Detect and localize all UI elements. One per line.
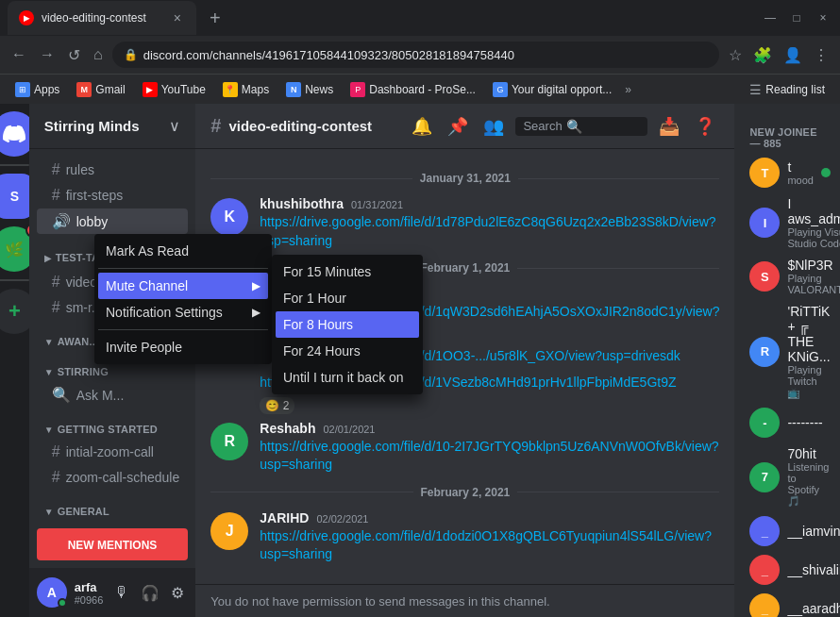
forward-button[interactable]: → [36,46,59,63]
member-item[interactable]: - -------- [742,404,832,442]
channel-name: zoom-call-schedule [66,470,181,485]
search-box[interactable]: Search 🔍 [515,117,647,136]
category-getting-started[interactable]: ▼ getting started [29,409,196,439]
maps-icon: 📍 [223,82,238,97]
member-item[interactable]: S $NlP3R Playing VALORANT [742,254,832,299]
refresh-button[interactable]: ↺ [64,46,84,64]
channel-header-name: video-editing-contest [228,118,372,134]
server-name-header[interactable]: Stirring Minds ∨ [29,104,196,149]
menu-icon[interactable]: ⋮ [810,42,832,68]
member-item[interactable]: I I aws_admin Playing Visual Studio Code [742,192,832,253]
close-button[interactable]: × [814,8,832,27]
mark-as-read-label: Mark As Read [106,243,189,258]
inbox-icon[interactable]: 📥 [655,112,683,141]
online-indicator [821,168,831,177]
mute-15-minutes-item[interactable]: For 15 Minutes [276,258,419,285]
bookmark-dashboard[interactable]: P Dashboard - ProSe... [343,80,483,99]
mute-until-off-item[interactable]: Until I turn it back on [276,364,419,391]
new-tab-button[interactable]: + [202,8,228,29]
category-general[interactable]: ▼ general [29,491,196,521]
member-item[interactable]: R 'RiTTiK + ╔ THE KNiG... Playing Twitch… [742,300,832,403]
date-line [210,178,412,179]
bookmark-gmail-label: Gmail [95,83,125,96]
bookmark-youtube-label: YouTube [161,83,206,96]
invite-people-menu-item[interactable]: Invite People [98,334,268,360]
address-bar[interactable]: 🔒 discord.com/channels/41961710584410932… [112,42,719,68]
channel-item-rules[interactable]: # rules [37,158,189,182]
member-name: __aaradhaya_ [787,601,840,616]
member-avatar: R [749,337,780,367]
server-icon-s1[interactable]: S [0,174,29,219]
notification-bell-icon[interactable]: 🔔 [408,112,436,141]
settings-button[interactable]: ⚙ [167,580,188,606]
close-tab-button[interactable]: × [170,8,185,27]
message-link[interactable]: https://drive.google.com/file/d/1dodzi0O… [260,528,712,562]
add-server-button[interactable]: + [0,289,29,334]
lock-icon: 🔒 [124,48,138,61]
extensions-icon[interactable]: 🧩 [749,42,776,68]
member-item[interactable]: _ __aaradhaya_ [742,590,832,617]
window-controls: — □ × [761,8,832,27]
back-button[interactable]: ← [8,46,30,63]
member-item[interactable]: T t mood [742,154,832,192]
pin-icon[interactable]: 📌 [444,112,472,141]
member-info: __shivaliii__ [787,562,840,577]
date-line [518,178,720,179]
mute-24-hours-item[interactable]: For 24 Hours [276,338,419,364]
channel-item-ask[interactable]: 🔍 Ask M... [37,382,189,408]
browser-tab[interactable]: ▶ video-editing-contest × [8,1,196,35]
message-time: 02/01/2021 [323,424,375,435]
member-avatar: I [749,208,780,238]
message-link[interactable]: https://drive.google.com/file/d/10-2I7JG… [260,439,718,473]
mute-1h-label: For 1 Hour [283,291,346,306]
invite-people-label: Invite People [106,340,182,355]
mark-as-read-menu-item[interactable]: Mark As Read [98,238,268,264]
mute-8-hours-item[interactable]: For 8 Hours [276,311,419,338]
bookmark-google[interactable]: G Your digital opport... [485,80,619,99]
bottom-bar-text: You do not have permission to send messa… [210,594,549,609]
new-mentions-button[interactable]: NEW MENTIONS [37,528,189,560]
bookmark-youtube[interactable]: ▶ YouTube [135,80,213,99]
channel-item-lobby[interactable]: 🔊 lobby [37,208,189,234]
more-bookmarks-button[interactable]: » [621,83,635,96]
minimize-button[interactable]: — [761,8,780,27]
star-icon[interactable]: ☆ [725,42,746,68]
bookmark-gmail[interactable]: M Gmail [69,80,132,99]
member-avatar: _ [749,516,780,546]
notification-settings-menu-item[interactable]: Notification Settings ▶ [98,299,268,325]
bookmark-maps[interactable]: 📍 Maps [215,80,277,99]
gmail-icon: M [76,82,92,97]
deafen-button[interactable]: 🎧 [137,580,163,606]
date-divider: January 31, 2021 [195,164,734,192]
mute-channel-menu-item[interactable]: Mute Channel ▶ [98,273,268,299]
discord-home-button[interactable] [0,111,29,157]
member-item[interactable]: _ __iamvinny__ [742,512,832,550]
home-button[interactable]: ⌂ [90,46,107,63]
server-icon-s2[interactable]: 🌿 6 [0,226,29,272]
bookmark-apps[interactable]: ⊞ Apps [8,80,67,99]
user-controls: 🎙 🎧 ⚙ [110,580,188,606]
member-item[interactable]: _ __shivaliii__ [742,551,832,589]
channel-search-icon: 🔍 [52,386,71,404]
reaction[interactable]: 😊 2 [260,396,719,413]
member-item[interactable]: 7 70hit Listening to Spotify 🎵 [742,442,832,511]
member-name: __iamvinny__ [787,524,840,539]
reading-list-button[interactable]: ☰ Reading list [742,80,832,99]
bookmarks-bar: ⊞ Apps M Gmail ▶ YouTube 📍 Maps N News P… [0,74,840,104]
help-icon[interactable]: ❓ [691,112,719,141]
channel-item-zoom-schedule[interactable]: # zoom-call-schedule [37,465,189,490]
mute-1-hour-item[interactable]: For 1 Hour [276,285,419,311]
mute-submenu[interactable]: For 15 Minutes For 1 Hour For 8 Hours Fo… [272,255,423,394]
channel-item-intial-zoom[interactable]: # intial-zoom-call [37,440,189,464]
mute-button[interactable]: 🎙 [110,580,133,606]
channel-item-first-steps[interactable]: # first-steps [37,183,189,208]
message-link[interactable]: https://drive.google.com/file/d/1d78Pdu2… [260,214,715,248]
online-status-indicator [58,598,67,608]
profile-icon[interactable]: 👤 [780,42,806,68]
member-status: Playing Twitch 📺 [787,364,830,399]
context-menu[interactable]: Mark As Read Mute Channel ▶ Notification… [94,234,272,364]
members-icon[interactable]: 👥 [479,112,508,141]
bookmark-news[interactable]: N News [278,80,341,99]
maximize-button[interactable]: □ [787,8,806,27]
date-text: February 2, 2021 [421,486,511,499]
